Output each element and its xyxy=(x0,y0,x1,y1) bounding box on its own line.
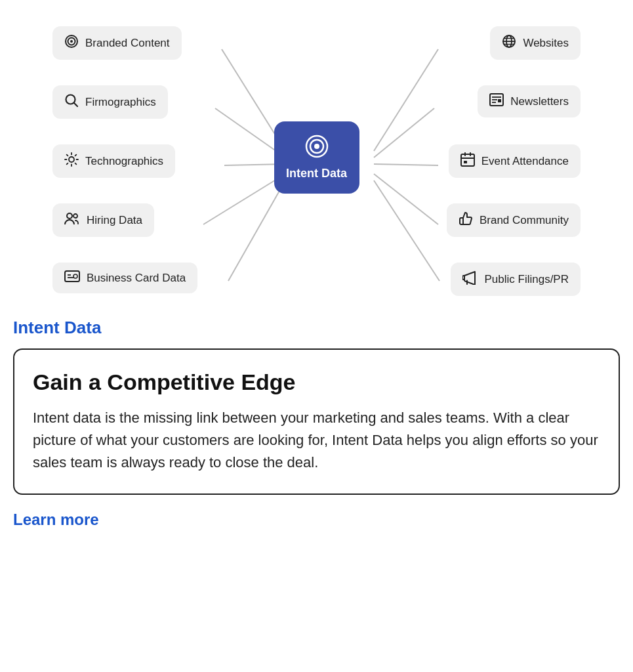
svg-line-6 xyxy=(374,108,434,158)
svg-point-15 xyxy=(70,40,73,43)
megaphone-icon xyxy=(462,270,478,288)
svg-line-3 xyxy=(203,174,285,224)
node-websites: Websites xyxy=(490,26,581,60)
svg-point-19 xyxy=(73,214,77,218)
svg-line-5 xyxy=(374,49,438,151)
business-card-label: Business Card Data xyxy=(87,272,186,285)
search-icon xyxy=(64,93,79,111)
center-node: Intent Data xyxy=(274,121,359,194)
content-card: Gain a Competitive Edge Intent data is t… xyxy=(13,348,620,495)
newsletters-label: Newsletters xyxy=(510,95,569,108)
node-brand-community: Brand Community xyxy=(447,203,581,237)
node-branded-content: Branded Content xyxy=(52,26,182,60)
event-attendance-label: Event Attendance xyxy=(481,155,569,168)
node-business-card: Business Card Data xyxy=(52,262,197,293)
branded-content-label: Branded Content xyxy=(85,37,170,50)
gear-icon xyxy=(64,152,79,170)
svg-line-4 xyxy=(228,180,285,281)
globe-icon xyxy=(502,34,516,52)
svg-line-17 xyxy=(74,103,77,106)
center-label: Intent Data xyxy=(286,167,347,181)
svg-point-18 xyxy=(67,213,72,219)
technographics-label: Technographics xyxy=(85,155,163,168)
firmographics-label: Firmographics xyxy=(85,96,156,109)
calendar-icon xyxy=(460,152,475,170)
node-hiring-data: Hiring Data xyxy=(52,203,154,237)
people-icon xyxy=(64,211,80,229)
node-firmographics: Firmographics xyxy=(52,85,168,119)
card-body: Intent data is the missing link between … xyxy=(33,407,600,474)
diagram-area: Intent Data Branded Content Firmographic… xyxy=(13,13,620,302)
card-heading: Gain a Competitive Edge xyxy=(33,369,600,395)
target-icon xyxy=(64,34,79,52)
svg-rect-34 xyxy=(461,154,474,166)
svg-point-12 xyxy=(314,144,319,149)
section-title: Intent Data xyxy=(13,318,620,338)
newsletter-icon xyxy=(489,93,504,110)
svg-line-9 xyxy=(374,180,439,281)
node-technographics: Technographics xyxy=(52,144,175,178)
hiring-data-label: Hiring Data xyxy=(87,214,142,227)
public-filings-label: Public Filings/PR xyxy=(485,273,569,286)
card-icon xyxy=(64,270,80,285)
svg-line-7 xyxy=(374,164,438,165)
node-public-filings: Public Filings/PR xyxy=(451,262,581,296)
svg-point-23 xyxy=(73,274,77,278)
target-center-icon xyxy=(305,135,329,163)
learn-more-link[interactable]: Learn more xyxy=(13,511,99,528)
svg-rect-33 xyxy=(498,99,501,102)
brand-community-label: Brand Community xyxy=(480,214,569,227)
svg-line-8 xyxy=(374,174,438,224)
node-newsletters: Newsletters xyxy=(478,85,581,117)
node-event-attendance: Event Attendance xyxy=(449,144,581,178)
svg-rect-38 xyxy=(464,161,467,163)
websites-label: Websites xyxy=(523,37,569,50)
thumbsup-icon xyxy=(459,211,473,229)
